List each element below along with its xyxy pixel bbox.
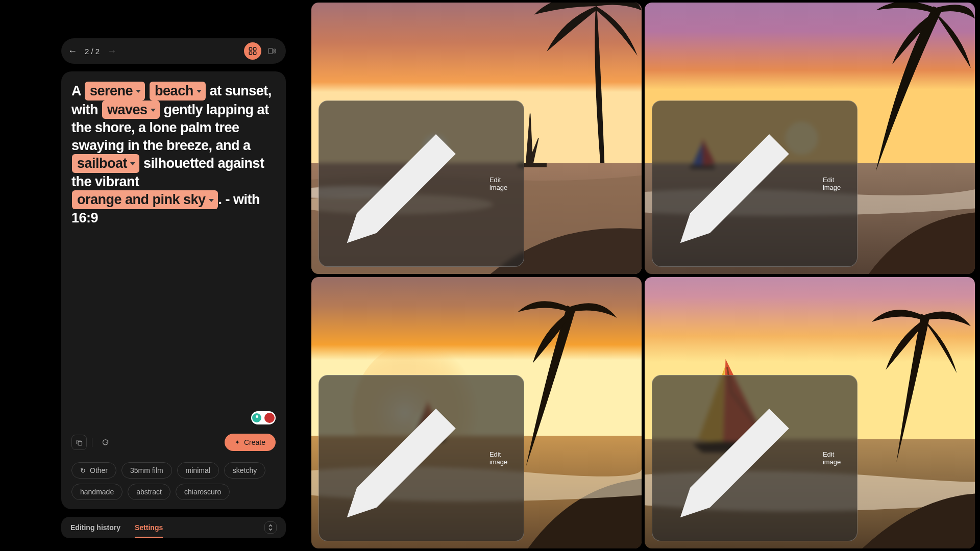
prompt-text[interactable]: A serene beach at sunset, with waves gen… xyxy=(71,82,276,406)
nav-counter: 2 / 2 xyxy=(85,47,100,56)
single-icon xyxy=(267,46,277,56)
pencil-icon xyxy=(660,379,819,537)
nav-forward-icon[interactable]: → xyxy=(106,45,118,57)
style-row: ↻Other 35mm film minimal sketchy handmad… xyxy=(71,462,276,500)
result-tile-3[interactable]: Edit image xyxy=(311,277,642,548)
tab-label: Settings xyxy=(135,523,163,532)
bottom-tabs: Editing history Settings xyxy=(61,517,286,538)
chip-label: beach xyxy=(155,82,193,100)
style-label: 35mm film xyxy=(130,466,163,474)
toggle-dot-right-icon xyxy=(264,413,275,423)
style-label: handmade xyxy=(80,488,114,496)
left-panel: ← 2 / 2 → A serene beach at sunset, with… xyxy=(0,3,296,548)
copy-button[interactable] xyxy=(71,435,87,450)
chip-sky[interactable]: orange and pink sky xyxy=(72,190,218,209)
tab-label: Editing history xyxy=(70,523,120,532)
svg-rect-7 xyxy=(78,441,82,445)
copy-icon xyxy=(76,439,83,446)
chip-label: sailboat xyxy=(77,155,127,172)
chip-sailboat[interactable]: sailboat xyxy=(72,154,139,173)
action-left xyxy=(71,435,113,450)
grid-icon xyxy=(248,46,257,56)
top-nav: ← 2 / 2 → xyxy=(61,38,286,64)
image-grid: Edit image xyxy=(311,3,975,548)
style-label: sketchy xyxy=(233,466,257,474)
result-tile-2[interactable]: Edit image xyxy=(645,3,975,274)
chevron-down-icon xyxy=(130,162,135,165)
style-sketchy[interactable]: sketchy xyxy=(224,462,265,479)
chip-serene[interactable]: serene xyxy=(85,82,145,101)
mode-toggle[interactable] xyxy=(251,411,276,424)
chip-label: orange and pink sky xyxy=(77,191,206,209)
right-panel: Edit image xyxy=(296,3,980,548)
nav-back-icon[interactable]: ← xyxy=(66,45,79,57)
expand-button[interactable] xyxy=(264,521,277,534)
style-abstract[interactable]: abstract xyxy=(128,484,170,500)
style-label: minimal xyxy=(186,466,210,474)
edit-label: Edit image xyxy=(489,450,516,466)
style-other[interactable]: ↻Other xyxy=(71,462,116,479)
style-35mm[interactable]: 35mm film xyxy=(121,462,172,479)
edit-label: Edit image xyxy=(489,176,516,191)
create-button[interactable]: ✦ Create xyxy=(225,434,276,451)
chip-label: waves xyxy=(107,101,148,119)
regenerate-button[interactable] xyxy=(97,435,113,450)
pencil-icon xyxy=(327,379,485,537)
pencil-icon xyxy=(660,105,819,263)
edit-image-button[interactable]: Edit image xyxy=(318,375,524,541)
style-minimal[interactable]: minimal xyxy=(177,462,219,479)
chevron-down-icon xyxy=(136,90,141,93)
svg-rect-3 xyxy=(254,52,256,55)
grid-view-toggle[interactable] xyxy=(244,42,261,60)
tab-editing-history[interactable]: Editing history xyxy=(70,517,120,538)
edit-image-button[interactable]: Edit image xyxy=(652,375,857,541)
pencil-icon xyxy=(327,105,485,263)
svg-rect-6 xyxy=(274,52,276,53)
chip-beach[interactable]: beach xyxy=(150,82,206,101)
chevron-updown-icon xyxy=(267,524,274,531)
chevron-down-icon xyxy=(197,90,202,93)
prompt-frag: gently lapping at the shore, a lone palm… xyxy=(71,102,269,153)
edit-image-button[interactable]: Edit image xyxy=(652,101,857,267)
prompt-frag: A xyxy=(71,83,81,98)
chip-label: serene xyxy=(90,82,133,100)
toggle-row xyxy=(71,411,276,424)
nav-right xyxy=(244,42,281,60)
edit-image-button[interactable]: Edit image xyxy=(318,101,524,267)
toggle-dot-left-icon xyxy=(252,413,261,422)
edit-label: Edit image xyxy=(823,450,849,466)
svg-rect-1 xyxy=(254,47,256,50)
prompt-card: A serene beach at sunset, with waves gen… xyxy=(61,71,286,509)
svg-rect-5 xyxy=(274,49,276,51)
create-label: Create xyxy=(244,438,265,446)
refresh-icon xyxy=(102,439,109,446)
app-root: ← 2 / 2 → A serene beach at sunset, with… xyxy=(0,0,980,551)
chevron-down-icon xyxy=(209,199,214,202)
style-label: abstract xyxy=(136,488,162,496)
tabs-left: Editing history Settings xyxy=(70,517,163,538)
style-chiaroscuro[interactable]: chiaroscuro xyxy=(176,484,230,500)
action-row: ✦ Create xyxy=(71,434,276,451)
result-tile-1[interactable]: Edit image xyxy=(311,3,642,274)
tab-settings[interactable]: Settings xyxy=(135,517,163,538)
single-view-toggle[interactable] xyxy=(263,42,281,60)
cycle-icon: ↻ xyxy=(80,467,86,474)
chip-waves[interactable]: waves xyxy=(102,101,160,119)
result-tile-4[interactable]: Edit image xyxy=(645,277,975,548)
svg-rect-4 xyxy=(268,48,273,54)
style-handmade[interactable]: handmade xyxy=(71,484,122,500)
svg-rect-0 xyxy=(249,47,252,50)
chevron-down-icon xyxy=(151,109,156,112)
nav-left: ← 2 / 2 → xyxy=(66,45,118,57)
divider xyxy=(92,438,92,447)
style-label: Other xyxy=(90,466,108,474)
style-label: chiaroscuro xyxy=(184,488,221,496)
sparkle-icon: ✦ xyxy=(235,439,240,446)
svg-rect-2 xyxy=(249,52,252,55)
edit-label: Edit image xyxy=(823,176,849,191)
